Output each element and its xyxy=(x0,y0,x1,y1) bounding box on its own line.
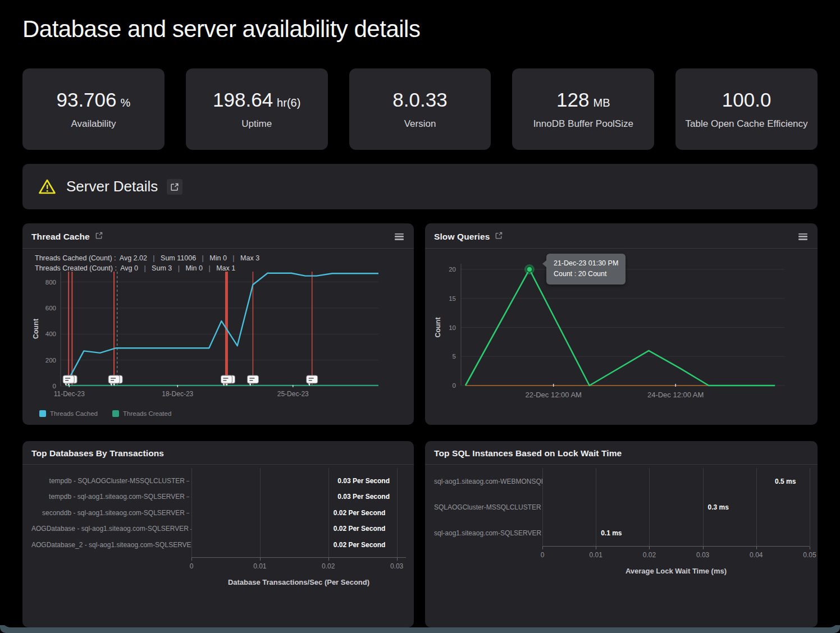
x-tick-label: 0.02 xyxy=(322,562,335,570)
bar-row: seconddb - sql-aog1.siteaog.com-SQLSERVE… xyxy=(191,507,406,519)
slow-queries-header: Slow Queries xyxy=(425,223,818,249)
bar-row: AOGDatabase - sql-aog1.siteaog.com-SQLSE… xyxy=(191,523,406,535)
kpi-value-line: 128MB xyxy=(556,89,610,111)
kpi-card-innodb-buffer-poolsize[interactable]: 128MBInnoDB Buffer PoolSize xyxy=(512,68,654,150)
bar-rows: tempdb - SQLAOGCluster-MSSQLCLUSTER0.03 … xyxy=(31,475,406,551)
axis-tick xyxy=(596,547,596,549)
expand-chart-icon[interactable] xyxy=(495,231,503,242)
kpi-card-table-open-cache-efficiency[interactable]: 100.0Table Open Cache Efficiency xyxy=(675,68,818,150)
open-server-details-icon[interactable] xyxy=(167,179,182,195)
bar-row: sql-aog1.siteaog.com-SQLSERVER0.1 ms xyxy=(542,526,810,539)
page-title: Database and server availability details xyxy=(22,16,420,43)
bar-value-label: 0.02 Per Second xyxy=(334,509,386,517)
x-tick-label: 22-Dec 12:00 AM xyxy=(525,391,581,399)
slow-queries-title: Slow Queries xyxy=(434,232,490,242)
x-axis: 00.010.020.03Database Transactions/Sec (… xyxy=(191,557,406,558)
bar-category-label: tempdb - SQLAOGCluster-MSSQLCLUSTER xyxy=(31,477,191,485)
top-sql-instances-panel: Top SQL Instances Based on Lock Wait Tim… xyxy=(425,441,818,627)
x-tick-label: 0.04 xyxy=(750,551,763,559)
series-threads-cached xyxy=(66,273,378,384)
top-sql-instances-chart: sql-aog1.siteaog.com-WEBMONSQL0.5 msSQLA… xyxy=(434,475,810,547)
y-tick-label: 400 xyxy=(45,331,56,337)
kpi-value: 100.0 xyxy=(722,89,771,111)
bar-rows: sql-aog1.siteaog.com-WEBMONSQL0.5 msSQLA… xyxy=(434,475,810,539)
kpi-value-line: 93.706% xyxy=(56,89,130,111)
kpi-value-line: 198.64hr(6) xyxy=(213,89,300,111)
expand-chart-icon[interactable] xyxy=(95,231,103,242)
kpi-value-line: 100.0 xyxy=(722,89,771,111)
bar-category-label: SQLAOGCluster-MSSQLCLUSTER xyxy=(434,503,542,511)
top-sql-instances-header: Top SQL Instances Based on Lock Wait Tim… xyxy=(425,441,818,465)
axis-tick xyxy=(328,558,329,561)
kpi-label: Version xyxy=(404,118,436,130)
chart-tooltip: 21-Dec-23 01:30 PM Count : 20 Count xyxy=(546,254,626,285)
x-tick-label: 18-Dec-23 xyxy=(162,390,193,398)
axis-tick xyxy=(397,558,398,561)
legend-item-threads-created[interactable]: Threads Created xyxy=(112,410,171,417)
gridline xyxy=(810,468,810,546)
top-sql-instances-title: Top SQL Instances Based on Lock Wait Tim… xyxy=(434,448,622,458)
y-tick-label: 0 xyxy=(53,383,56,389)
x-tick-label: 11-Dec-23 xyxy=(54,390,85,398)
y-tick-label: 200 xyxy=(45,357,56,364)
axis-tick xyxy=(260,558,261,561)
bar-value-label: 0.5 ms xyxy=(775,478,796,485)
kpi-row: 93.706%Availability198.64hr(6)Uptime8.0.… xyxy=(22,68,818,150)
axis-tick xyxy=(191,558,192,561)
x-tick-label: 0.02 xyxy=(643,551,656,559)
bar-value-label: 0.02 Per Second xyxy=(334,541,386,549)
legend-swatch xyxy=(39,410,46,417)
bar-category-label: sql-aog1.siteaog.com-WEBMONSQL xyxy=(434,478,542,485)
bar-row: tempdb - sql-aog1.siteaog.com-SQLSERVER0… xyxy=(191,491,406,503)
y-tick-label: 15 xyxy=(449,295,456,302)
x-tick-label: 0.05 xyxy=(803,551,816,559)
kpi-unit: % xyxy=(121,97,131,109)
kpi-value: 128 xyxy=(556,89,589,111)
x-axis-title: Database Transactions/Sec (Per Second) xyxy=(228,578,369,586)
tooltip-value: Count : 20 Count xyxy=(554,269,618,279)
kpi-card-availability[interactable]: 93.706%Availability xyxy=(22,68,165,150)
top-databases-title: Top Databases By Transactions xyxy=(31,448,164,458)
bar-category-label: AOGDatabase_2 - sql-aog1.siteaog.com-SQL… xyxy=(31,541,191,549)
kpi-label: Availability xyxy=(71,118,116,130)
kpi-unit: MB xyxy=(593,97,610,109)
panel-menu-icon[interactable] xyxy=(394,231,405,242)
thread-cache-title: Thread Cache xyxy=(31,232,90,242)
x-tick-label: 0 xyxy=(541,551,545,559)
kpi-value: 93.706 xyxy=(56,89,116,111)
y-axis-label: Count xyxy=(434,317,442,338)
thread-cache-panel: Thread Cache Threads Cached (Count) : Av… xyxy=(22,223,414,425)
kpi-value-line: 8.0.33 xyxy=(392,89,447,111)
y-tick-label: 800 xyxy=(45,279,56,286)
panel-menu-icon[interactable] xyxy=(797,231,809,242)
server-details-banner[interactable]: Server Details xyxy=(22,164,818,209)
server-details-title: Server Details xyxy=(66,178,158,195)
thread-cache-legend: Threads CachedThreads Created xyxy=(39,410,171,417)
y-tick-label: 0 xyxy=(453,382,456,389)
bar-value-label: 0.03 Per Second xyxy=(337,477,390,485)
legend-item-threads-cached[interactable]: Threads Cached xyxy=(39,410,98,417)
kpi-card-version[interactable]: 8.0.33Version xyxy=(349,68,491,150)
bar-value-label: 0.3 ms xyxy=(708,503,729,511)
top-databases-header: Top Databases By Transactions xyxy=(22,441,414,465)
y-axis-label: Count xyxy=(32,318,40,339)
bar-value-label: 0.1 ms xyxy=(601,529,622,537)
stat-line: Threads Cached (Count) : Avg 2.02 | Sum … xyxy=(35,253,405,263)
bar-value-label: 0.03 Per Second xyxy=(337,493,390,501)
x-tick-label: 0.01 xyxy=(590,551,602,559)
kpi-card-uptime[interactable]: 198.64hr(6)Uptime xyxy=(186,68,328,150)
x-tick-label: 25-Dec-23 xyxy=(277,390,309,398)
bar-category-label: tempdb - sql-aog1.siteaog.com-SQLSERVER xyxy=(31,493,191,501)
bar-row: sql-aog1.siteaog.com-WEBMONSQL0.5 ms xyxy=(542,475,810,488)
y-tick-label: 5 xyxy=(453,353,456,360)
bar-row: AOGDatabase_2 - sql-aog1.siteaog.com-SQL… xyxy=(191,539,406,551)
y-tick-label: 600 xyxy=(45,305,56,311)
axis-tick xyxy=(542,547,543,549)
data-point-marker xyxy=(527,267,532,272)
bar-value-label: 0.02 Per Second xyxy=(334,525,386,533)
kpi-label: Uptime xyxy=(241,118,272,130)
bar-row: SQLAOGCluster-MSSQLCLUSTER0.3 ms xyxy=(542,501,810,513)
x-tick-label: 0.03 xyxy=(696,551,709,559)
category-tick xyxy=(186,481,189,481)
x-axis: 00.010.020.030.040.05Average Lock Wait T… xyxy=(542,546,810,547)
